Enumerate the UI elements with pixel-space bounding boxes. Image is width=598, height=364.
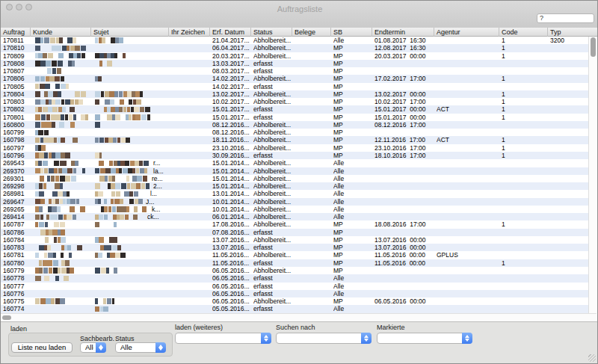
laden-weiteres-dropdown[interactable] <box>175 333 271 344</box>
column-header-kunde[interactable]: Kunde <box>31 28 91 37</box>
table-row[interactable]: 16078717.08.2016...Abholbereit...MP18.08… <box>1 220 588 228</box>
table-row[interactable]: 26898113.01.2014...Abholbereit...Allel..… <box>1 190 588 197</box>
reload-list-button[interactable]: Liste neu laden <box>11 342 73 353</box>
table-row[interactable]: 26964710.01.2014...Abholbereit...AlleJ..… <box>1 198 588 206</box>
table-row[interactable]: 17080413.02.2017...Abholbereit...MP13.02… <box>1 90 588 98</box>
table-row[interactable]: 17080708.03.2017...erfasstMP <box>1 67 588 75</box>
cell-status: erfasst <box>253 244 292 251</box>
redacted-text-pixelation <box>35 168 87 174</box>
cell-status: Abholbereit... <box>253 90 292 98</box>
search-input[interactable]: ? <box>537 13 594 23</box>
cell-endtermin: 08.12.2016 17:00 <box>374 121 434 129</box>
suchen-nach-dropdown[interactable] <box>276 333 372 344</box>
table-row[interactable]: 16077405.05.2016...erfasstAlle <box>1 305 588 312</box>
chevron-up-down-icon <box>261 333 271 344</box>
cell-auftrag: 269370 <box>3 167 30 175</box>
cell-erf_datum: 13.01.2014... <box>212 190 250 197</box>
column-header-status[interactable]: Status <box>251 28 292 37</box>
cell-auftrag: 160797 <box>3 144 30 152</box>
markierte-dropdown[interactable] <box>377 333 472 344</box>
table-row[interactable]: 16077906.05.2016...Abholbereit...MP <box>1 267 588 274</box>
table-row[interactable]: 16077506.05.2016...Abholbereit...MP06.05… <box>1 297 588 305</box>
redacted-text-pixelation <box>95 199 144 205</box>
cell-code: 1 <box>502 152 547 159</box>
cell-sb: MP <box>333 60 372 67</box>
cell-sb: MP <box>333 152 372 159</box>
table-row[interactable]: 16078313.07.2016...erfasstMP13.07.2016 0… <box>1 244 588 251</box>
redacted-text-pixelation <box>95 237 117 243</box>
table-row[interactable]: 17080920.03.2017...Abholbereit...MP20.03… <box>1 52 588 60</box>
column-header-belege[interactable]: Belege <box>292 28 331 37</box>
table-row[interactable]: 17080614.02.2017...Abholbereit...MP17.02… <box>1 75 588 82</box>
cell-auftrag: 160800 <box>3 121 30 129</box>
column-header-sb[interactable]: SB <box>331 28 372 37</box>
table-row[interactable]: 26929815.01.2014...Abholbereit...Alle2..… <box>1 182 588 190</box>
table-row[interactable]: 16077606.05.2016...erfasstAlle <box>1 290 588 297</box>
cell-auftrag: 170806 <box>3 75 30 82</box>
redacted-text-pixelation <box>95 122 110 128</box>
cell-auftrag: 160781 <box>3 251 30 259</box>
redacted-text-pixelation <box>35 37 76 43</box>
cell-sujet-tail: l... <box>150 190 157 197</box>
cell-code: 1 <box>502 144 547 152</box>
column-header-typ[interactable]: Typ <box>548 28 598 37</box>
cell-auftrag: 170808 <box>3 60 30 67</box>
table-row[interactable]: 16079630.09.2016...erfasstMP18.10.2016 1… <box>1 152 588 159</box>
cell-erf_datum: 10.02.2017... <box>212 98 250 105</box>
cell-sujet-tail: k... <box>152 206 160 213</box>
redacted-text-pixelation <box>95 114 152 120</box>
table-row[interactable]: 26941406.01.2014...Abholbereit...Alleck.… <box>1 213 588 220</box>
table-row[interactable]: 26954315.01.2014...Abholbereit...Aller..… <box>1 159 588 167</box>
cell-sujet-tail: la... <box>153 167 164 175</box>
table-row[interactable]: 16077706.05.2016...erfasstAlle <box>1 283 588 290</box>
table-row[interactable]: 16080008.12.2016...Abholbereit...MP08.12… <box>1 121 588 129</box>
table-row[interactable]: 26937015.01.2014...Abholbereit...Allela.… <box>1 167 588 175</box>
column-header-agentur[interactable]: Agentur <box>434 28 499 37</box>
table-row[interactable]: 17081121.04.2017...Abholbereit...Alle01.… <box>1 37 588 44</box>
table-row[interactable]: 26926510.01.2014...Abholbereit...Allek..… <box>1 206 588 213</box>
table-row[interactable]: 16079818.11.2016...Abholbereit...MP12.11… <box>1 136 588 144</box>
cell-erf_datum: 06.05.2016... <box>212 290 250 297</box>
cell-erf_datum: 20.03.2017... <box>212 52 250 60</box>
horizontal-scrollbar[interactable] <box>1 313 597 321</box>
table-row[interactable]: 16077806.05.2016...erfasstAlle <box>1 274 588 282</box>
cell-endtermin: 11.05.2016 00:00 <box>374 251 434 259</box>
order-table[interactable]: 17081121.04.2017...Abholbereit...Alle01.… <box>1 37 588 313</box>
cell-erf_datum: 13.07.2016... <box>212 236 250 244</box>
resize-grip[interactable] <box>588 354 596 362</box>
table-row[interactable]: 26930115.01.2014...Abholbereit...Allere.… <box>1 175 588 182</box>
column-header-erf_datum[interactable]: Erf. Datum <box>210 28 251 37</box>
cell-endtermin: 18.08.2016 17:00 <box>374 220 434 228</box>
column-header-ihr_zeichen[interactable]: Ihr Zeichen <box>169 28 210 37</box>
cell-sb: Alle <box>333 175 372 182</box>
column-header-code[interactable]: Code <box>499 28 548 37</box>
cell-status: erfasst <box>253 259 292 267</box>
table-row[interactable]: 16078111.05.2016...Abholbereit...MP11.05… <box>1 251 588 259</box>
table-row[interactable]: 17080310.02.2017...Abholbereit...MP10.02… <box>1 98 588 105</box>
horizontal-scrollbar-thumb[interactable] <box>2 315 11 320</box>
cell-code: 1 <box>502 37 547 44</box>
table-row[interactable]: 17080813.03.2017...erfasstMP <box>1 60 588 67</box>
column-header-auftrag[interactable]: Auftrag <box>1 28 31 37</box>
status-dropdown[interactable]: Alle <box>115 342 166 353</box>
column-header-endtermin[interactable]: Endtermin <box>372 28 434 37</box>
vertical-scrollbar[interactable] <box>588 37 597 313</box>
table-row[interactable]: 17080115.01.2017...erfasstMP15.01.2017 0… <box>1 114 588 121</box>
table-row[interactable]: 17081006.04.2017...Abholbereit...MP12.08… <box>1 44 588 52</box>
table-row[interactable]: 16079723.10.2016...Abholbereit...MP23.10… <box>1 144 588 152</box>
cell-sb: MP <box>333 121 372 129</box>
vertical-scrollbar-thumb[interactable] <box>591 37 596 57</box>
cell-auftrag: 170803 <box>3 98 30 105</box>
cell-endtermin: 13.07.2016 00:00 <box>374 244 434 251</box>
table-row[interactable]: 16078413.07.2016...Abholbereit...MP13.07… <box>1 236 588 244</box>
sachbearb-dropdown[interactable]: Alle <box>80 342 106 353</box>
table-row[interactable]: 16079908.12.2016...Abholbereit...MP <box>1 129 588 136</box>
cell-erf_datum: 06.05.2016... <box>212 274 250 282</box>
table-row[interactable]: 17080215.01.2017...erfasstMP15.01.2017 0… <box>1 105 588 113</box>
cell-erf_datum: 05.05.2016... <box>212 305 250 312</box>
table-row[interactable]: 17080514.02.2017...erfasstMP <box>1 83 588 90</box>
table-row[interactable]: 16078011.05.2016...erfasstMP11.05.2016 0… <box>1 259 588 267</box>
cell-status: Abholbereit... <box>253 206 292 213</box>
column-header-sujet[interactable]: Sujet <box>91 28 169 37</box>
table-row[interactable]: 16078607.08.2016...erfasstMP <box>1 229 588 236</box>
